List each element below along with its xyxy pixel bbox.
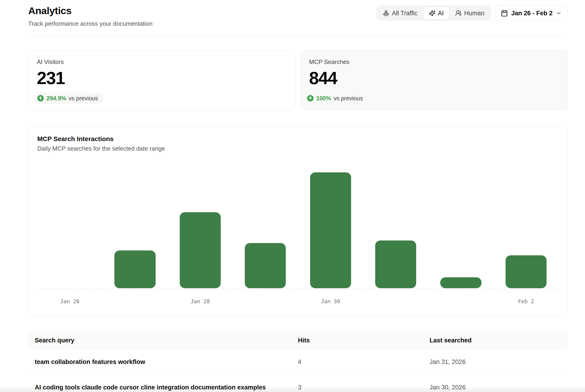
bar-slot-jan-31 — [363, 172, 428, 289]
stat-value: 844 — [309, 68, 559, 88]
segment-label: AI — [438, 10, 444, 17]
table-row: team collaboration features workflow 4 J… — [28, 349, 568, 374]
query-cell: AI coding tools claude code cursor cline… — [35, 384, 298, 391]
traffic-cone-icon — [383, 10, 389, 16]
x-tick-spacer — [102, 298, 167, 304]
x-tick-spacer — [428, 298, 493, 304]
bar-slot-jan-29 — [233, 172, 298, 289]
delta-value: 100% — [316, 95, 331, 102]
x-tick-label: Jan 28 — [168, 298, 233, 304]
bar-slot-feb-2 — [494, 172, 559, 289]
bar-slot-jan-27 — [102, 172, 167, 289]
x-tick-spacer — [363, 298, 428, 304]
x-tick-label: Jan 30 — [298, 298, 363, 304]
header-divider — [28, 36, 568, 37]
chart-card: MCP Search Interactions Daily MCP search… — [28, 127, 568, 315]
chart-baseline — [37, 289, 559, 289]
hits-cell: 3 — [298, 384, 430, 391]
delta-suffix: vs previous — [69, 95, 98, 102]
bar-slot-jan-28 — [168, 172, 233, 289]
page-heading-block: Analytics Track performance across your … — [28, 5, 153, 27]
bar-feb-1[interactable] — [440, 277, 481, 288]
page-title: Analytics — [28, 5, 153, 16]
column-header-search-query: Search query — [35, 337, 298, 344]
x-tick-label: Jan 26 — [37, 298, 102, 304]
stat-delta-badge: 294.9% vs previous — [34, 93, 103, 104]
segment-label: All Traffic — [392, 10, 418, 17]
date-range-label: Jan 26 - Feb 2 — [511, 10, 553, 17]
stat-label: AI Visitors — [37, 58, 287, 66]
header-controls: All Traffic AI — [376, 6, 568, 21]
segment-ai[interactable]: AI — [423, 7, 450, 20]
table-header: Search query Hits Last searched — [28, 332, 568, 349]
stat-card-mcp-searches[interactable]: MCP Searches 844 100% vs previous — [301, 50, 568, 110]
bar-slot-jan-30 — [298, 172, 363, 289]
x-tick-spacer — [233, 298, 298, 304]
page-subtitle: Track performance across your documentat… — [28, 20, 153, 27]
bar-jan-27[interactable] — [114, 250, 155, 288]
segment-label: Human — [464, 10, 484, 17]
delta-suffix: vs previous — [334, 95, 363, 102]
users-icon — [455, 10, 462, 16]
calendar-icon — [501, 10, 508, 17]
query-cell: team collaboration features workflow — [35, 358, 298, 366]
hits-cell: 4 — [298, 358, 430, 366]
date-range-button[interactable]: Jan 26 - Feb 2 — [495, 6, 568, 21]
page-header: Analytics Track performance across your … — [28, 5, 568, 27]
x-tick-label: Feb 2 — [494, 298, 559, 304]
last-searched-cell: Jan 30, 2026 — [430, 384, 561, 391]
bar-jan-29[interactable] — [245, 243, 286, 288]
stat-label: MCP Searches — [309, 58, 559, 66]
traffic-segmented-control: All Traffic AI — [376, 6, 491, 21]
sparkles-icon — [429, 10, 435, 16]
bar-chart — [37, 172, 559, 289]
segment-all-traffic[interactable]: All Traffic — [377, 7, 423, 20]
last-searched-cell: Jan 31, 2026 — [430, 358, 561, 366]
stat-card-ai-visitors[interactable]: AI Visitors 231 294.9% vs previous — [28, 50, 296, 110]
bar-feb-2[interactable] — [506, 255, 547, 288]
chart-subtitle: Daily MCP searches for the selected date… — [37, 145, 559, 152]
analytics-page: Analytics Track performance across your … — [0, 0, 585, 392]
chart-title: MCP Search Interactions — [37, 135, 559, 143]
bar-jan-31[interactable] — [375, 240, 416, 288]
circle-arrow-up-icon — [307, 95, 314, 102]
bar-slot-jan-26 — [37, 172, 102, 289]
stat-value: 231 — [37, 68, 287, 88]
chart-x-axis: Jan 26Jan 28Jan 30Feb 2 — [37, 298, 559, 304]
circle-arrow-up-icon — [37, 95, 44, 102]
segment-human[interactable]: Human — [450, 7, 490, 20]
table-row: AI coding tools claude code cursor cline… — [28, 374, 568, 392]
bar-jan-30[interactable] — [310, 172, 351, 288]
bar-jan-28[interactable] — [180, 212, 221, 288]
stat-cards: AI Visitors 231 294.9% vs previous MCP S… — [28, 50, 568, 110]
delta-value: 294.9% — [46, 95, 66, 102]
column-header-hits: Hits — [298, 337, 430, 344]
stat-delta-badge: 100% vs previous — [307, 93, 368, 104]
column-header-last-searched: Last searched — [430, 337, 561, 344]
search-queries-table: Search query Hits Last searched team col… — [28, 332, 568, 392]
chevron-down-icon — [556, 10, 562, 16]
bar-slot-feb-1 — [428, 172, 493, 289]
